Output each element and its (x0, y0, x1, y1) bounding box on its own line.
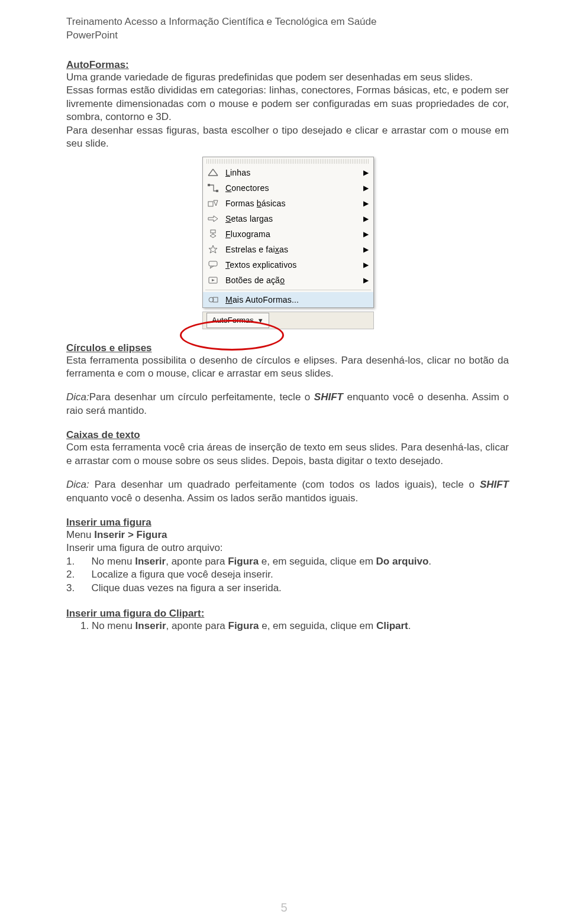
subheading: Inserir uma figura de outro arquivo: (66, 542, 509, 555)
svg-rect-9 (209, 261, 217, 266)
submenu-arrow-icon: ▶ (363, 199, 369, 208)
menu-label: Conectores (225, 183, 363, 193)
menu-item-estrelas-faixas[interactable]: Estrelas e faixas ▶ (203, 242, 373, 257)
heading-caixas-texto: Caixas de texto (66, 429, 509, 441)
menu-label: Textos explicativos (225, 260, 363, 270)
menu-item-formas-basicas[interactable]: Formas básicas ▶ (203, 196, 373, 211)
menu-item-conectores[interactable]: Conectores ▶ (203, 180, 373, 196)
menu-label: Estrelas e faixas (225, 245, 363, 254)
svg-marker-6 (210, 234, 216, 238)
tip-paragraph: Dica:Para desenhar um círculo perfeitame… (66, 391, 509, 417)
flowchart-icon (205, 228, 221, 241)
submenu-arrow-icon: ▶ (363, 230, 369, 238)
autoshapes-menu: Linhas ▶ Conectores ▶ Formas básicas ▶ (202, 157, 374, 308)
submenu-arrow-icon: ▶ (363, 261, 369, 269)
list-item: 3. Clique duas vezes na figura a ser ins… (66, 582, 509, 595)
action-buttons-icon (205, 274, 221, 287)
paragraph: Uma grande variedade de figuras predefin… (66, 71, 509, 84)
autoshapes-button[interactable]: AutoFormas ▼ (206, 313, 269, 328)
menu-label: Fluxograma (225, 229, 363, 239)
svg-rect-1 (216, 190, 218, 192)
paragraph: Para desenhar essas figuras, basta escol… (66, 124, 509, 151)
svg-marker-4 (208, 216, 218, 222)
menu-item-linhas[interactable]: Linhas ▶ (203, 165, 373, 180)
list-item: 1. No menu Inserir, aponte para Figura e… (66, 555, 509, 568)
header-line2: PowerPoint (66, 29, 509, 43)
menu-item-botoes-acao[interactable]: Botões de ação ▶ (203, 273, 373, 288)
heading-inserir-figura: Inserir uma figura (66, 517, 509, 529)
menu-label: Mais AutoFormas... (225, 295, 369, 304)
stars-banners-icon (205, 243, 221, 256)
submenu-arrow-icon: ▶ (363, 184, 369, 192)
menu-label: Setas largas (225, 214, 363, 223)
menu-label: Formas básicas (225, 199, 363, 208)
list-item: 2. Localize a figura que você deseja ins… (66, 568, 509, 581)
svg-rect-5 (211, 230, 215, 233)
svg-marker-11 (212, 279, 215, 281)
autoshapes-menu-figure: Linhas ▶ Conectores ▶ Formas básicas ▶ (202, 157, 374, 329)
autoshapes-toolbar: AutoFormas ▼ (202, 312, 374, 329)
dropdown-caret-icon: ▼ (257, 317, 264, 324)
menu-label: Linhas (225, 168, 363, 177)
more-autoshapes-icon (205, 293, 221, 306)
callouts-icon (205, 258, 221, 271)
paragraph: Com esta ferramenta você cria áreas de i… (66, 441, 509, 468)
page-number: 5 (0, 901, 568, 915)
svg-rect-0 (208, 184, 210, 186)
list-item: 1. No menu Inserir, aponte para Figura e… (66, 620, 509, 633)
menu-path: Menu Inserir > Figura (66, 529, 509, 542)
block-arrows-icon (205, 212, 221, 225)
submenu-arrow-icon: ▶ (363, 245, 369, 254)
submenu-arrow-icon: ▶ (363, 168, 369, 177)
menu-separator (205, 290, 371, 290)
menu-grip (206, 159, 370, 164)
connectors-icon (205, 181, 221, 194)
menu-item-fluxograma[interactable]: Fluxograma ▶ (203, 226, 373, 242)
paragraph: Esta ferramenta possibilita o desenho de… (66, 354, 509, 381)
heading-autoformas: AutoFormas: (66, 59, 509, 71)
lines-icon (205, 166, 221, 179)
menu-item-mais-autoformas[interactable]: Mais AutoFormas... (203, 292, 373, 307)
svg-marker-3 (214, 200, 218, 206)
menu-label: Botões de ação (225, 275, 363, 285)
svg-marker-8 (209, 245, 217, 253)
page-header: Treinamento Acesso a Informação Científi… (66, 15, 509, 43)
heading-circulos: Círculos e elipses (66, 342, 509, 354)
menu-item-setas-largas[interactable]: Setas largas ▶ (203, 211, 373, 226)
header-line1: Treinamento Acesso a Informação Científi… (66, 15, 509, 29)
heading-inserir-clipart: Inserir uma figura do Clipart: (66, 608, 509, 620)
svg-rect-2 (208, 202, 213, 206)
basic-shapes-icon (205, 197, 221, 210)
submenu-arrow-icon: ▶ (363, 276, 369, 284)
menu-item-textos-explicativos[interactable]: Textos explicativos ▶ (203, 257, 373, 273)
paragraph: Essas formas estão divididas em categori… (66, 84, 509, 124)
tip-paragraph: Dica: Para desenhar um quadrado perfeita… (66, 478, 509, 505)
autoshapes-button-label: AutoFormas (212, 316, 254, 325)
submenu-arrow-icon: ▶ (363, 215, 369, 223)
